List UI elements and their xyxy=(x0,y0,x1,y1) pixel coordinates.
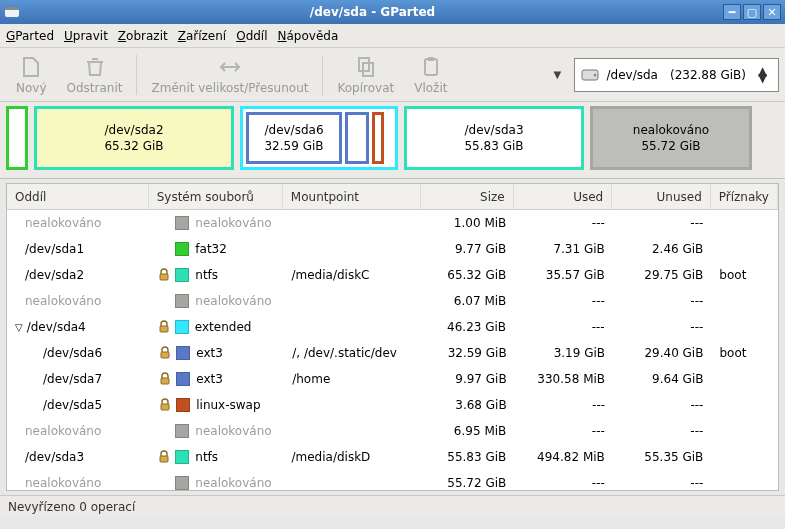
chart-segment[interactable] xyxy=(345,112,369,164)
cell-used: 330.58 MiB xyxy=(515,372,613,386)
chart-segment[interactable]: /dev/sda355.83 GiB xyxy=(404,106,584,170)
col-filesystem[interactable]: Systém souborů xyxy=(149,184,283,209)
fs-swatch-icon xyxy=(175,320,189,334)
cell-unused: 9.64 GiB xyxy=(613,372,711,386)
cell-filesystem: nealokováno xyxy=(149,294,283,308)
chart-segment[interactable] xyxy=(372,112,384,164)
table-header: Oddíl Systém souborů Mountpoint Size Use… xyxy=(7,184,778,210)
cell-partition: ▽/dev/sda4 xyxy=(7,320,149,334)
col-unused[interactable]: Unused xyxy=(612,184,711,209)
toolbar: Nový Odstranit Změnit velikost/Přesunout… xyxy=(0,48,785,102)
table-row[interactable]: /dev/sda1fat329.77 GiB7.31 GiB2.46 GiB xyxy=(7,236,778,262)
table-row[interactable]: /dev/sda3ntfs/media/diskD55.83 GiB494.82… xyxy=(7,444,778,470)
table-row[interactable]: nealokovánonealokováno55.72 GiB------ xyxy=(7,470,778,491)
col-size[interactable]: Size xyxy=(421,184,514,209)
fs-swatch-icon xyxy=(175,294,189,308)
cell-size: 65.32 GiB xyxy=(421,268,514,282)
paste-button[interactable]: Vložit xyxy=(404,53,457,97)
cell-used: --- xyxy=(515,398,613,412)
device-selector[interactable]: /dev/sda (232.88 GiB) ▲▼ xyxy=(574,58,779,92)
close-button[interactable]: ✕ xyxy=(763,4,781,20)
table-row[interactable]: nealokovánonealokováno6.07 MiB------ xyxy=(7,288,778,314)
cell-unused: --- xyxy=(613,216,712,230)
maximize-button[interactable]: ▢ xyxy=(743,4,761,20)
cell-used: --- xyxy=(514,476,613,490)
cell-unused: 2.46 GiB xyxy=(613,242,712,256)
cell-unused: --- xyxy=(613,294,712,308)
table-row[interactable]: ▽/dev/sda4extended46.23 GiB------ xyxy=(7,314,778,340)
cell-size: 6.95 MiB xyxy=(421,424,514,438)
cell-filesystem: ext3 xyxy=(150,372,284,386)
cell-size: 9.97 GiB xyxy=(422,372,515,386)
cell-mountpoint: /media/diskC xyxy=(283,268,421,282)
chart-segment[interactable]: /dev/sda632.59 GiB xyxy=(246,112,342,164)
cell-used: --- xyxy=(514,424,613,438)
cell-filesystem: nealokováno xyxy=(149,216,283,230)
cell-size: 3.68 GiB xyxy=(422,398,515,412)
col-used[interactable]: Used xyxy=(514,184,613,209)
cell-filesystem: fat32 xyxy=(149,242,283,256)
chart-segment[interactable]: /dev/sda632.59 GiB xyxy=(240,106,398,170)
cell-partition: /dev/sda7 xyxy=(7,372,150,386)
cell-unused: 29.40 GiB xyxy=(613,346,711,360)
chart-segment[interactable]: nealokováno55.72 GiB xyxy=(590,106,752,170)
menu-partition[interactable]: Oddíl xyxy=(236,29,267,43)
table-row[interactable]: /dev/sda6ext3/, /dev/.static/dev32.59 Gi… xyxy=(7,340,778,366)
statusbar: Nevyřízeno 0 operací xyxy=(0,495,785,517)
chart-segment[interactable] xyxy=(6,106,28,170)
cell-filesystem: linux-swap xyxy=(150,398,284,412)
table-row[interactable]: nealokovánonealokováno1.00 MiB------ xyxy=(7,210,778,236)
cell-partition: nealokováno xyxy=(7,216,149,230)
expand-icon[interactable]: ▽ xyxy=(15,322,23,333)
col-mountpoint[interactable]: Mountpoint xyxy=(283,184,421,209)
cell-used: 35.57 GiB xyxy=(514,268,613,282)
cell-filesystem: nealokováno xyxy=(149,476,283,490)
cell-used: 3.19 GiB xyxy=(515,346,613,360)
device-spinner[interactable]: ▲▼ xyxy=(758,68,772,82)
fs-swatch-icon xyxy=(176,398,190,412)
device-path: /dev/sda xyxy=(607,68,658,82)
menu-edit[interactable]: Upravit xyxy=(64,29,108,43)
cell-partition: /dev/sda2 xyxy=(7,268,149,282)
cell-filesystem: extended xyxy=(149,320,283,334)
menu-view[interactable]: Zobrazit xyxy=(118,29,168,43)
chart-segment[interactable]: /dev/sda265.32 GiB xyxy=(34,106,234,170)
cell-mountpoint: /home xyxy=(284,372,422,386)
menu-device[interactable]: Zařízení xyxy=(178,29,226,43)
window-title: /dev/sda - GParted xyxy=(24,5,721,19)
copy-button[interactable]: Kopírovat xyxy=(327,53,404,97)
cell-used: --- xyxy=(514,294,613,308)
cell-size: 6.07 MiB xyxy=(421,294,514,308)
resize-button[interactable]: Změnit velikost/Přesunout xyxy=(141,53,318,97)
cell-unused: --- xyxy=(613,320,712,334)
minimize-button[interactable]: ━ xyxy=(723,4,741,20)
cell-size: 55.83 GiB xyxy=(421,450,514,464)
delete-button[interactable]: Odstranit xyxy=(57,53,133,97)
cell-used: 7.31 GiB xyxy=(514,242,613,256)
table-row[interactable]: /dev/sda5linux-swap3.68 GiB------ xyxy=(7,392,778,418)
col-partition[interactable]: Oddíl xyxy=(7,184,149,209)
cell-partition: nealokováno xyxy=(7,294,149,308)
new-button[interactable]: Nový xyxy=(6,53,57,97)
fs-swatch-icon xyxy=(176,346,190,360)
cell-partition: nealokováno xyxy=(7,476,149,490)
menubar: GParted Upravit Zobrazit Zařízení Oddíl … xyxy=(0,24,785,48)
col-flags[interactable]: Příznaky xyxy=(711,184,778,209)
svg-rect-1 xyxy=(5,7,19,10)
svg-rect-5 xyxy=(428,57,434,61)
cell-size: 46.23 GiB xyxy=(421,320,514,334)
menu-help[interactable]: Nápověda xyxy=(278,29,339,43)
table-row[interactable]: /dev/sda7ext3/home9.97 GiB330.58 MiB9.64… xyxy=(7,366,778,392)
table-row[interactable]: /dev/sda2ntfs/media/diskC65.32 GiB35.57 … xyxy=(7,262,778,288)
cell-partition: /dev/sda3 xyxy=(7,450,149,464)
cell-used: --- xyxy=(514,320,613,334)
menu-gparted[interactable]: GParted xyxy=(6,29,54,43)
partition-table: Oddíl Systém souborů Mountpoint Size Use… xyxy=(6,183,779,491)
table-row[interactable]: nealokovánonealokováno6.95 MiB------ xyxy=(7,418,778,444)
device-size: (232.88 GiB) xyxy=(670,68,746,82)
toolbar-overflow-icon[interactable]: ▼ xyxy=(554,69,568,80)
cell-unused: 55.35 GiB xyxy=(613,450,712,464)
cell-partition: /dev/sda6 xyxy=(7,346,150,360)
svg-rect-13 xyxy=(160,456,168,462)
cell-partition: /dev/sda1 xyxy=(7,242,149,256)
